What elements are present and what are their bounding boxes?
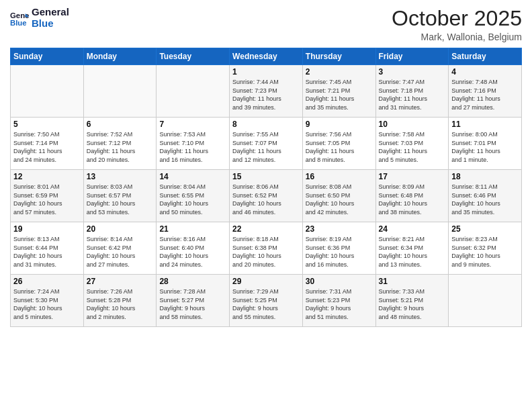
day-number: 10 [379, 120, 446, 129]
day-info: Sunrise: 8:00 AM Sunset: 7:01 PM Dayligh… [451, 130, 519, 164]
day-number: 18 [451, 172, 519, 181]
day-info: Sunrise: 8:04 AM Sunset: 6:55 PM Dayligh… [159, 183, 226, 216]
calendar-cell: 25Sunrise: 8:23 AM Sunset: 6:32 PM Dayli… [449, 222, 522, 275]
day-info: Sunrise: 8:16 AM Sunset: 6:40 PM Dayligh… [159, 235, 226, 269]
day-number: 12 [13, 172, 81, 181]
day-info: Sunrise: 7:28 AM Sunset: 5:27 PM Dayligh… [159, 287, 226, 321]
day-number: 4 [451, 67, 519, 77]
calendar-week-row: 1Sunrise: 7:44 AM Sunset: 7:23 PM Daylig… [11, 65, 522, 118]
calendar-cell: 1Sunrise: 7:44 AM Sunset: 7:23 PM Daylig… [230, 65, 303, 118]
calendar-cell: 19Sunrise: 8:13 AM Sunset: 6:44 PM Dayli… [11, 222, 84, 275]
day-number: 5 [13, 120, 81, 129]
day-number: 2 [306, 67, 373, 77]
day-info: Sunrise: 8:21 AM Sunset: 6:34 PM Dayligh… [379, 235, 446, 269]
day-number: 15 [232, 172, 300, 181]
calendar-cell: 20Sunrise: 8:14 AM Sunset: 6:42 PM Dayli… [83, 222, 157, 275]
day-info: Sunrise: 8:18 AM Sunset: 6:38 PM Dayligh… [232, 235, 300, 269]
calendar-cell: 18Sunrise: 8:11 AM Sunset: 6:46 PM Dayli… [449, 170, 522, 222]
logo-line2: Blue [32, 18, 69, 30]
day-number: 21 [159, 224, 226, 234]
day-number: 17 [379, 172, 446, 181]
day-info: Sunrise: 7:53 AM Sunset: 7:10 PM Dayligh… [159, 130, 226, 164]
calendar-cell: 2Sunrise: 7:45 AM Sunset: 7:21 PM Daylig… [302, 65, 375, 118]
calendar-week-row: 5Sunrise: 7:50 AM Sunset: 7:14 PM Daylig… [11, 118, 522, 170]
day-info: Sunrise: 7:26 AM Sunset: 5:28 PM Dayligh… [87, 287, 154, 321]
day-number: 30 [306, 277, 373, 286]
day-info: Sunrise: 8:13 AM Sunset: 6:44 PM Dayligh… [13, 235, 81, 269]
logo: General Blue General Blue [10, 7, 69, 29]
logo-icon: General Blue [10, 9, 29, 28]
month-title: October 2025 [392, 7, 522, 30]
calendar-cell: 30Sunrise: 7:31 AM Sunset: 5:23 PM Dayli… [302, 275, 375, 327]
day-number: 11 [451, 120, 519, 129]
calendar-cell: 10Sunrise: 7:58 AM Sunset: 7:03 PM Dayli… [375, 118, 449, 170]
day-number: 14 [159, 172, 226, 181]
day-info: Sunrise: 7:33 AM Sunset: 5:21 PM Dayligh… [379, 287, 446, 321]
day-info: Sunrise: 7:45 AM Sunset: 7:21 PM Dayligh… [306, 78, 373, 111]
day-number: 29 [232, 277, 300, 286]
day-info: Sunrise: 8:14 AM Sunset: 6:42 PM Dayligh… [87, 235, 154, 269]
calendar-cell: 15Sunrise: 8:06 AM Sunset: 6:52 PM Dayli… [230, 170, 303, 222]
header-monday: Monday [83, 48, 157, 65]
day-info: Sunrise: 8:11 AM Sunset: 6:46 PM Dayligh… [451, 183, 519, 216]
calendar-cell: 29Sunrise: 7:29 AM Sunset: 5:25 PM Dayli… [230, 275, 303, 327]
day-info: Sunrise: 8:03 AM Sunset: 6:57 PM Dayligh… [87, 183, 154, 216]
day-number: 22 [232, 224, 300, 234]
day-number: 23 [306, 224, 373, 234]
day-number: 31 [379, 277, 446, 286]
calendar-week-row: 26Sunrise: 7:24 AM Sunset: 5:30 PM Dayli… [11, 275, 522, 327]
day-info: Sunrise: 7:56 AM Sunset: 7:05 PM Dayligh… [306, 130, 373, 164]
day-number: 16 [306, 172, 373, 181]
day-number: 13 [87, 172, 154, 181]
calendar-cell: 8Sunrise: 7:55 AM Sunset: 7:07 PM Daylig… [230, 118, 303, 170]
calendar-cell: 14Sunrise: 8:04 AM Sunset: 6:55 PM Dayli… [157, 170, 230, 222]
calendar-cell: 21Sunrise: 8:16 AM Sunset: 6:40 PM Dayli… [157, 222, 230, 275]
day-number: 27 [87, 277, 154, 286]
day-info: Sunrise: 8:09 AM Sunset: 6:48 PM Dayligh… [379, 183, 446, 216]
day-info: Sunrise: 7:47 AM Sunset: 7:18 PM Dayligh… [379, 78, 446, 111]
calendar-cell: 17Sunrise: 8:09 AM Sunset: 6:48 PM Dayli… [375, 170, 449, 222]
page-container: General Blue General Blue October 2025 M… [0, 0, 532, 330]
calendar-cell: 9Sunrise: 7:56 AM Sunset: 7:05 PM Daylig… [302, 118, 375, 170]
calendar-cell: 27Sunrise: 7:26 AM Sunset: 5:28 PM Dayli… [83, 275, 157, 327]
day-number: 20 [87, 224, 154, 234]
calendar-cell: 6Sunrise: 7:52 AM Sunset: 7:12 PM Daylig… [83, 118, 157, 170]
day-info: Sunrise: 8:19 AM Sunset: 6:36 PM Dayligh… [306, 235, 373, 269]
day-info: Sunrise: 7:44 AM Sunset: 7:23 PM Dayligh… [232, 78, 300, 111]
calendar-week-row: 12Sunrise: 8:01 AM Sunset: 6:59 PM Dayli… [11, 170, 522, 222]
day-number: 3 [379, 67, 446, 77]
day-number: 19 [13, 224, 81, 234]
calendar-cell [11, 65, 84, 118]
day-info: Sunrise: 7:31 AM Sunset: 5:23 PM Dayligh… [306, 287, 373, 321]
day-info: Sunrise: 7:24 AM Sunset: 5:30 PM Dayligh… [13, 287, 81, 321]
day-number: 7 [159, 120, 226, 129]
calendar-cell: 11Sunrise: 8:00 AM Sunset: 7:01 PM Dayli… [449, 118, 522, 170]
calendar-cell: 4Sunrise: 7:48 AM Sunset: 7:16 PM Daylig… [449, 65, 522, 118]
calendar-cell: 22Sunrise: 8:18 AM Sunset: 6:38 PM Dayli… [230, 222, 303, 275]
header: General Blue General Blue October 2025 M… [10, 7, 522, 42]
location-subtitle: Mark, Wallonia, Belgium [392, 32, 522, 42]
calendar-cell [83, 65, 157, 118]
day-info: Sunrise: 7:48 AM Sunset: 7:16 PM Dayligh… [451, 78, 519, 111]
day-number: 9 [306, 120, 373, 129]
calendar-week-row: 19Sunrise: 8:13 AM Sunset: 6:44 PM Dayli… [11, 222, 522, 275]
day-number: 26 [13, 277, 81, 286]
day-info: Sunrise: 7:29 AM Sunset: 5:25 PM Dayligh… [232, 287, 300, 321]
day-info: Sunrise: 8:01 AM Sunset: 6:59 PM Dayligh… [13, 183, 81, 216]
calendar-cell: 13Sunrise: 8:03 AM Sunset: 6:57 PM Dayli… [83, 170, 157, 222]
calendar-cell [449, 275, 522, 327]
calendar-cell: 3Sunrise: 7:47 AM Sunset: 7:18 PM Daylig… [375, 65, 449, 118]
day-info: Sunrise: 7:52 AM Sunset: 7:12 PM Dayligh… [87, 130, 154, 164]
day-info: Sunrise: 7:50 AM Sunset: 7:14 PM Dayligh… [13, 130, 81, 164]
title-block: October 2025 Mark, Wallonia, Belgium [392, 7, 522, 42]
day-number: 1 [232, 67, 300, 77]
calendar-cell: 24Sunrise: 8:21 AM Sunset: 6:34 PM Dayli… [375, 222, 449, 275]
day-info: Sunrise: 8:08 AM Sunset: 6:50 PM Dayligh… [306, 183, 373, 216]
day-info: Sunrise: 8:23 AM Sunset: 6:32 PM Dayligh… [451, 235, 519, 269]
day-number: 6 [87, 120, 154, 129]
svg-text:Blue: Blue [10, 18, 27, 26]
day-number: 24 [379, 224, 446, 234]
header-thursday: Thursday [302, 48, 375, 65]
header-saturday: Saturday [449, 48, 522, 65]
calendar-cell: 16Sunrise: 8:08 AM Sunset: 6:50 PM Dayli… [302, 170, 375, 222]
